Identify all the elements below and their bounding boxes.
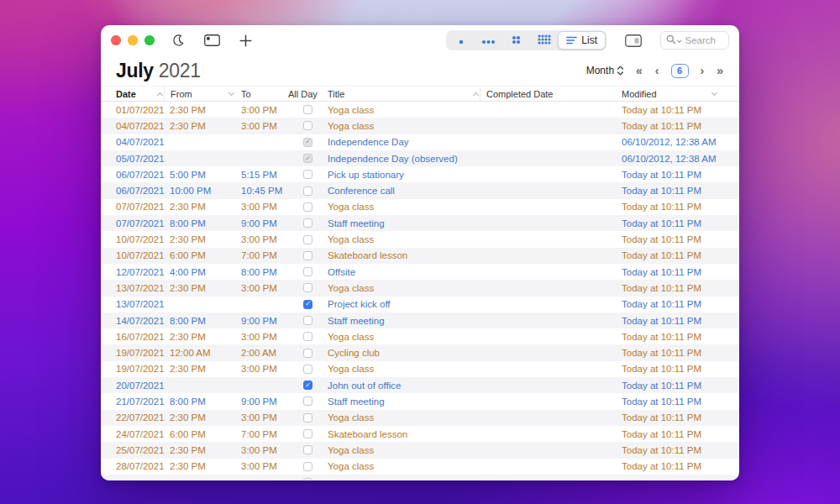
column-header-title[interactable]: Title (328, 87, 486, 101)
range-selector[interactable]: Month (586, 65, 624, 76)
all-day-checkbox[interactable] (303, 365, 312, 374)
date-cell: 07/07/2021 (116, 218, 170, 228)
table-row[interactable]: 13/07/2021✓Project kick offToday at 10:1… (101, 297, 739, 312)
next-year-button[interactable]: » (716, 65, 724, 76)
table-row[interactable]: 19/07/202112:00 AM2:00 AMCycling clubTod… (101, 344, 739, 360)
table-row[interactable]: 05/07/2021✓Independence Day (observed)06… (101, 150, 739, 166)
all-day-checkbox[interactable]: ✓ (303, 381, 312, 390)
title-cell: Project kick off (328, 299, 486, 309)
all-day-checkbox[interactable] (303, 186, 312, 196)
date-cell: 13/07/2021 (116, 283, 170, 293)
view-year-segment[interactable] (530, 31, 558, 50)
all-day-checkbox[interactable]: ✓ (303, 138, 312, 147)
all-day-checkbox[interactable] (303, 105, 312, 114)
table-header: DateFromToAll DayTitleCompleted DateModi… (101, 86, 739, 102)
calendar-window: List Search July 2021 Month « ‹ 6 › (101, 25, 739, 480)
prev-button[interactable]: ‹ (654, 65, 660, 76)
table-row[interactable]: 24/07/20216:00 PM7:00 PMSkateboard lesso… (101, 426, 739, 442)
date-cell: 10/07/2021 (116, 250, 170, 260)
table-row[interactable]: 20/07/2021✓John out of officeToday at 10… (101, 377, 739, 393)
table-row[interactable]: 28/07/20212:30 PM3:00 PMYoga classToday … (101, 459, 739, 475)
column-header-from[interactable]: From (164, 87, 241, 101)
table-row[interactable]: 06/07/202110:00 PM10:45 PMConference cal… (101, 182, 739, 198)
table-row[interactable]: 10/07/20212:30 PM3:00 PMYoga classToday … (101, 231, 739, 247)
page-title-month: July (116, 60, 154, 82)
table-row[interactable]: 12/07/20214:00 PM8:00 PMOffsiteToday at … (101, 264, 739, 280)
date-cell: 14/07/2021 (116, 316, 170, 326)
view-day-segment[interactable] (447, 31, 475, 50)
all-day-checkbox[interactable] (303, 121, 312, 130)
table-row[interactable]: 07/07/20212:30 PM3:00 PMYoga classToday … (101, 199, 739, 215)
title-cell: Yoga class (328, 283, 486, 293)
all-day-checkbox[interactable] (303, 462, 312, 471)
all-day-checkbox[interactable] (303, 316, 312, 325)
table-row[interactable]: 01/07/20212:30 PM3:00 PMYoga classToday … (101, 102, 739, 118)
title-cell: Yoga class (328, 234, 486, 244)
view-switcher: List (446, 30, 606, 50)
to-cell: 3:00 PM (241, 461, 288, 471)
all-day-checkbox[interactable] (303, 251, 312, 260)
modified-cell: 06/10/2012, 12:38 AM (622, 137, 724, 147)
zoom-button[interactable] (144, 35, 155, 45)
column-header-modified[interactable]: Modified (622, 87, 724, 101)
all-day-checkbox[interactable] (303, 349, 312, 358)
all-day-checkbox[interactable] (303, 170, 312, 179)
table-row[interactable]: 22/07/20212:30 PM3:00 PMYoga classToday … (101, 410, 739, 426)
add-sidebar-icon[interactable] (202, 30, 222, 50)
table-row[interactable] (101, 475, 739, 480)
all-day-checkbox[interactable] (303, 413, 312, 423)
table-row[interactable]: 06/07/20215:00 PM5:15 PMPick up stationa… (101, 166, 739, 182)
table-row[interactable]: 07/07/20218:00 PM9:00 PMStaff meetingTod… (101, 215, 739, 231)
search-input[interactable]: Search (660, 31, 729, 50)
table-row[interactable]: 04/07/2021✓Independence Day06/10/2012, 1… (101, 134, 739, 150)
all-day-cell (288, 170, 328, 179)
table-row[interactable]: 19/07/20212:30 PM3:00 PMYoga classToday … (101, 361, 739, 377)
table-row[interactable]: 13/07/20212:30 PM3:00 PMYoga classToday … (101, 280, 739, 296)
prev-year-button[interactable]: « (635, 65, 643, 76)
table-row[interactable]: 16/07/20212:30 PM3:00 PMYoga classToday … (101, 328, 739, 344)
moon-icon[interactable] (168, 30, 188, 50)
column-header-date[interactable]: Date (116, 87, 170, 101)
add-event-icon[interactable] (235, 30, 255, 50)
table-row[interactable]: 10/07/20216:00 PM7:00 PMSkateboard lesso… (101, 248, 739, 264)
modified-cell: Today at 10:11 PM (622, 316, 724, 326)
all-day-checkbox[interactable] (303, 429, 312, 438)
all-day-cell (288, 429, 328, 438)
all-day-cell: ✓ (288, 154, 328, 163)
table-row[interactable]: 21/07/20218:00 PM9:00 PMStaff meetingTod… (101, 393, 739, 409)
all-day-checkbox[interactable]: ✓ (303, 154, 312, 163)
view-list-segment[interactable]: List (558, 31, 606, 50)
view-week-segment[interactable] (475, 31, 502, 50)
all-day-checkbox[interactable] (303, 283, 312, 292)
table-row[interactable]: 04/07/20212:30 PM3:00 PMYoga classToday … (101, 118, 739, 134)
range-selector-label: Month (586, 65, 614, 76)
all-day-checkbox[interactable] (303, 202, 312, 212)
all-day-checkbox[interactable] (303, 478, 312, 480)
column-header-to[interactable]: To (241, 87, 288, 101)
all-day-checkbox[interactable]: ✓ (303, 300, 312, 309)
table-row[interactable]: 25/07/20212:30 PM3:00 PMYoga classToday … (101, 442, 739, 458)
all-day-checkbox[interactable] (303, 332, 312, 341)
next-button[interactable]: › (700, 65, 706, 76)
today-button[interactable]: 6 (671, 64, 689, 78)
all-day-cell (288, 202, 328, 212)
all-day-cell (288, 413, 328, 423)
all-day-checkbox[interactable] (303, 235, 312, 244)
title-cell: Skateboard lesson (328, 250, 486, 260)
all-day-checkbox[interactable] (303, 396, 312, 406)
table-row[interactable]: 14/07/20218:00 PM9:00 PMStaff meetingTod… (101, 312, 739, 328)
close-button[interactable] (111, 35, 121, 45)
panel-right-icon[interactable] (623, 30, 643, 50)
column-header-allday[interactable]: All Day (288, 87, 328, 101)
column-label: Date (116, 89, 136, 99)
minimize-button[interactable] (128, 35, 138, 45)
all-day-checkbox[interactable] (303, 267, 312, 276)
title-cell: Yoga class (328, 461, 486, 471)
all-day-checkbox[interactable] (303, 445, 312, 454)
column-header-completed[interactable]: Completed Date (480, 87, 622, 101)
all-day-checkbox[interactable] (303, 218, 312, 228)
title-cell: Yoga class (328, 202, 486, 212)
view-month-segment[interactable] (502, 31, 530, 50)
all-day-cell (288, 267, 328, 276)
title-cell: Yoga class (328, 364, 486, 374)
